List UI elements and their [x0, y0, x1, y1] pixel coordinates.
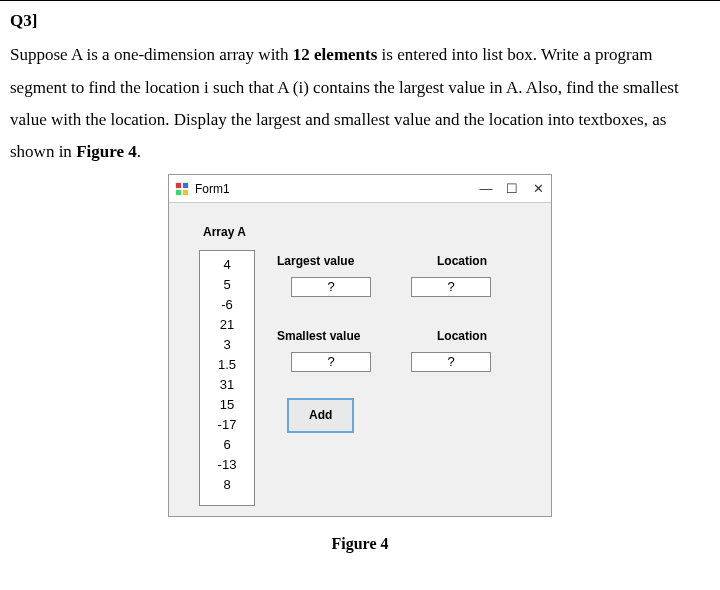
window-title: Form1 [195, 178, 479, 201]
question-body: Suppose A is a one-dimension array with … [10, 39, 710, 168]
title-bar: Form1 — ☐ ✕ [169, 175, 551, 203]
body-text-1: Suppose A is a one-dimension array with [10, 45, 293, 64]
smallest-value-label: Smallest value [277, 325, 397, 348]
svg-rect-0 [176, 183, 181, 188]
add-button[interactable]: Add [287, 398, 354, 433]
list-item[interactable]: 3 [200, 335, 254, 355]
list-item[interactable]: 31 [200, 375, 254, 395]
largest-location-textbox[interactable]: ? [411, 277, 491, 297]
body-bold-1: 12 elements [293, 45, 378, 64]
smallest-location-textbox[interactable]: ? [411, 352, 491, 372]
form-window: Form1 — ☐ ✕ Array A 4 5 -6 21 3 1.5 [168, 174, 552, 517]
array-listbox[interactable]: 4 5 -6 21 3 1.5 31 15 -17 6 -13 8 [199, 250, 255, 506]
largest-value-textbox[interactable]: ? [291, 277, 371, 297]
smallest-value-textbox[interactable]: ? [291, 352, 371, 372]
list-item[interactable]: -13 [200, 455, 254, 475]
minimize-button[interactable]: — [479, 177, 493, 202]
svg-rect-3 [183, 190, 188, 195]
largest-location-label: Location [437, 250, 537, 273]
list-item[interactable]: 5 [200, 275, 254, 295]
app-icon [175, 182, 189, 196]
figure-caption: Figure 4 [10, 529, 710, 559]
largest-value-label: Largest value [277, 250, 397, 273]
array-label: Array A [203, 221, 537, 244]
question-heading: Q3] [10, 5, 710, 37]
body-bold-2: Figure 4 [76, 142, 137, 161]
maximize-button[interactable]: ☐ [505, 177, 519, 202]
list-item[interactable]: 8 [200, 475, 254, 495]
list-item[interactable]: 6 [200, 435, 254, 455]
svg-rect-1 [183, 183, 188, 188]
body-text-3: . [137, 142, 141, 161]
list-item[interactable]: 1.5 [200, 355, 254, 375]
list-item[interactable]: 4 [200, 255, 254, 275]
svg-rect-2 [176, 190, 181, 195]
list-item[interactable]: 15 [200, 395, 254, 415]
close-button[interactable]: ✕ [531, 177, 545, 202]
list-item[interactable]: 21 [200, 315, 254, 335]
list-item[interactable]: -17 [200, 415, 254, 435]
smallest-location-label: Location [437, 325, 537, 348]
list-item[interactable]: -6 [200, 295, 254, 315]
